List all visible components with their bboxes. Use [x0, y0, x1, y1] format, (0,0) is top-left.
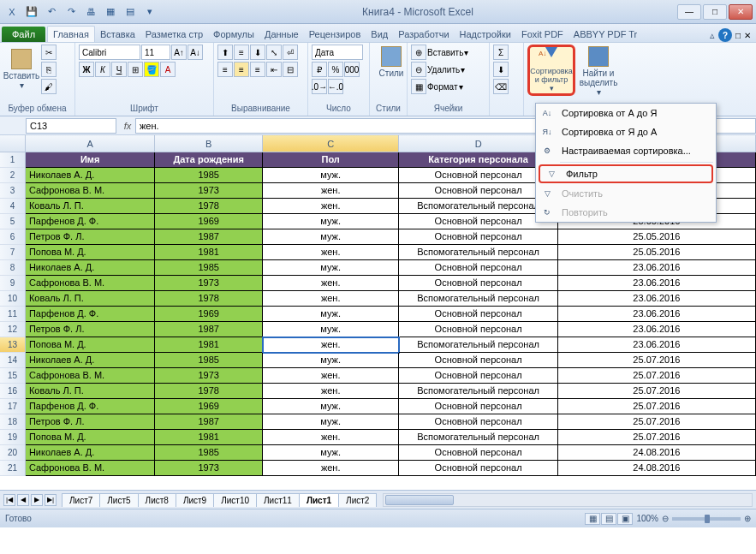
undo-icon[interactable]: ↶	[43, 3, 60, 21]
sheet-tab[interactable]: Лист7	[62, 493, 100, 507]
minimize-button[interactable]: —	[677, 4, 701, 20]
cell[interactable]: 1978	[155, 199, 263, 214]
cell[interactable]: 1987	[155, 414, 263, 430]
fill-color-button[interactable]: 🪣	[144, 62, 159, 77]
autosum-icon[interactable]: Σ	[493, 45, 509, 60]
cell[interactable]: жен.	[263, 430, 399, 445]
window-restore-icon[interactable]: □	[735, 31, 741, 40]
help-icon[interactable]: ?	[718, 28, 732, 42]
row-header[interactable]: 17	[0, 399, 26, 414]
cell[interactable]: Основной персонал	[399, 183, 557, 199]
sort-az-item[interactable]: А↓Сортировка от А до Я	[536, 104, 716, 122]
row-header[interactable]: 9	[0, 276, 26, 291]
underline-button[interactable]: Ч	[111, 62, 127, 77]
row-header[interactable]: 3	[0, 183, 26, 199]
cell[interactable]: жен.	[263, 368, 399, 384]
cell[interactable]: жен.	[263, 291, 399, 307]
cell[interactable]: Вспомогательный персонал	[399, 337, 557, 353]
cell[interactable]: Вспомогательный персонал	[399, 245, 557, 260]
row-header[interactable]: 2	[0, 168, 26, 183]
align-bottom-icon[interactable]: ⬇	[250, 45, 265, 60]
select-all-corner[interactable]	[0, 135, 26, 152]
cell[interactable]: 25.07.2016	[558, 384, 756, 399]
maximize-button[interactable]: □	[703, 4, 727, 20]
cell[interactable]: Основной персонал	[399, 229, 557, 245]
row-header[interactable]: 8	[0, 260, 26, 276]
close-button[interactable]: ✕	[729, 4, 753, 20]
row-header[interactable]: 10	[0, 291, 26, 307]
cell[interactable]: муж.	[263, 229, 399, 245]
row-header[interactable]: 20	[0, 445, 26, 461]
cell[interactable]: Основной персонал	[399, 461, 557, 476]
sheet-tab[interactable]: Лист1	[299, 493, 339, 507]
cell[interactable]: 25.07.2016	[558, 368, 756, 384]
cell[interactable]: жен.	[263, 183, 399, 199]
cell[interactable]: 1981	[155, 337, 263, 353]
cell[interactable]: Сафронова В. М.	[26, 461, 155, 476]
cell[interactable]: Вспомогательный персонал	[399, 291, 557, 307]
decrease-indent-icon[interactable]: ⇤	[266, 62, 282, 77]
copy-icon[interactable]: ⎘	[41, 62, 57, 77]
cell[interactable]: Коваль Л. П.	[26, 384, 155, 399]
cell[interactable]: Сафронова В. М.	[26, 276, 155, 291]
cell[interactable]: 1978	[155, 384, 263, 399]
cell[interactable]: Категория персонала	[399, 152, 557, 168]
cell[interactable]: 23.06.2016	[558, 260, 756, 276]
cell[interactable]: 1985	[155, 445, 263, 461]
cell[interactable]: Основной персонал	[399, 276, 557, 291]
window-close-icon[interactable]: ✕	[744, 31, 751, 40]
cell[interactable]: 1981	[155, 430, 263, 445]
decrease-decimal-icon[interactable]: ←.0	[328, 79, 343, 94]
increase-decimal-icon[interactable]: .0→	[312, 79, 327, 94]
cell[interactable]: Коваль Л. П.	[26, 199, 155, 214]
cell[interactable]: 25.07.2016	[558, 353, 756, 368]
cell[interactable]: 23.06.2016	[558, 291, 756, 307]
cell[interactable]: 1973	[155, 461, 263, 476]
zoom-in-button[interactable]: ⊕	[744, 514, 751, 523]
minimize-ribbon-icon[interactable]: ▵	[710, 30, 715, 41]
cell[interactable]: 1973	[155, 276, 263, 291]
view-layout-icon[interactable]: ▤	[601, 513, 616, 525]
cell[interactable]: 1969	[155, 307, 263, 322]
cut-icon[interactable]: ✂	[41, 45, 57, 60]
tab-addins[interactable]: Надстройки	[455, 27, 516, 42]
row-header[interactable]: 13	[0, 337, 26, 353]
cell[interactable]: муж.	[263, 168, 399, 183]
cell[interactable]: 1985	[155, 168, 263, 183]
align-right-icon[interactable]: ≡	[250, 62, 265, 77]
sheet-nav-last-icon[interactable]: ▶|	[45, 494, 57, 506]
align-left-icon[interactable]: ≡	[217, 62, 233, 77]
cell[interactable]: 25.07.2016	[558, 414, 756, 430]
sort-filter-button[interactable]: Сортировка и фильтр ▾	[527, 45, 575, 96]
cell[interactable]: Николаев А. Д.	[26, 168, 155, 183]
cell[interactable]: Вспомогательный персонал	[399, 199, 557, 214]
cell[interactable]: 1978	[155, 291, 263, 307]
tab-home[interactable]: Главная	[47, 26, 95, 42]
cell[interactable]: 23.06.2016	[558, 307, 756, 322]
cell[interactable]: 24.08.2016	[558, 445, 756, 461]
cell[interactable]: Петров Ф. Л.	[26, 414, 155, 430]
sheet-nav-first-icon[interactable]: |◀	[3, 494, 15, 506]
cell[interactable]: 1973	[155, 368, 263, 384]
cell[interactable]: 25.07.2016	[558, 399, 756, 414]
cell[interactable]: 1985	[155, 260, 263, 276]
cell[interactable]: 1987	[155, 229, 263, 245]
cell[interactable]: 1969	[155, 214, 263, 229]
save-icon[interactable]: 💾	[23, 3, 40, 21]
cell[interactable]: муж.	[263, 307, 399, 322]
cell[interactable]: 25.05.2016	[558, 229, 756, 245]
cell[interactable]: Сафронова В. М.	[26, 368, 155, 384]
view-break-icon[interactable]: ▣	[617, 513, 633, 525]
tab-insert[interactable]: Вставка	[95, 27, 140, 42]
cell[interactable]: жен.	[263, 461, 399, 476]
row-header[interactable]: 7	[0, 245, 26, 260]
sheet-nav-next-icon[interactable]: ▶	[31, 494, 43, 506]
cell[interactable]: муж.	[263, 353, 399, 368]
cell[interactable]: Основной персонал	[399, 307, 557, 322]
cell[interactable]: Сафронова В. М.	[26, 183, 155, 199]
cell[interactable]: Парфенов Д. Ф.	[26, 307, 155, 322]
filter-item[interactable]: ▽Фильтр	[539, 164, 713, 183]
row-header[interactable]: 18	[0, 414, 26, 430]
cell[interactable]: Вспомогательный персонал	[399, 430, 557, 445]
row-header[interactable]: 15	[0, 368, 26, 384]
